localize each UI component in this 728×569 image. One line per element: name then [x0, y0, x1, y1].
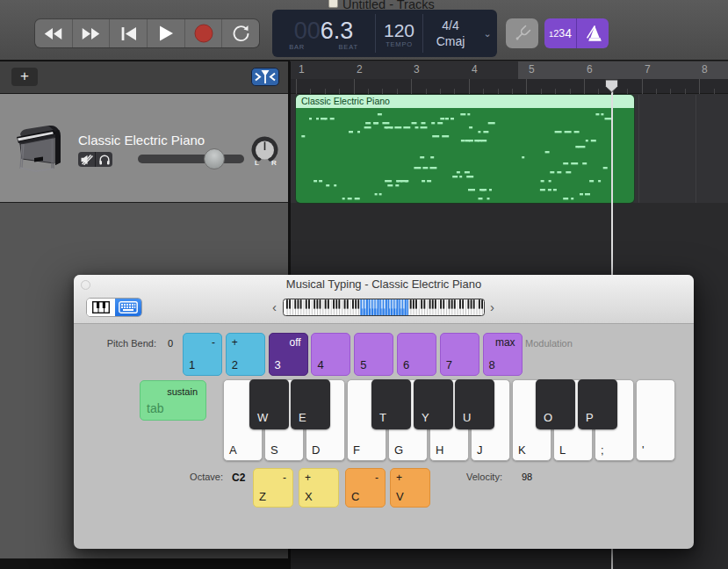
svg-text:L: L — [255, 159, 259, 167]
svg-text:R: R — [271, 159, 277, 167]
